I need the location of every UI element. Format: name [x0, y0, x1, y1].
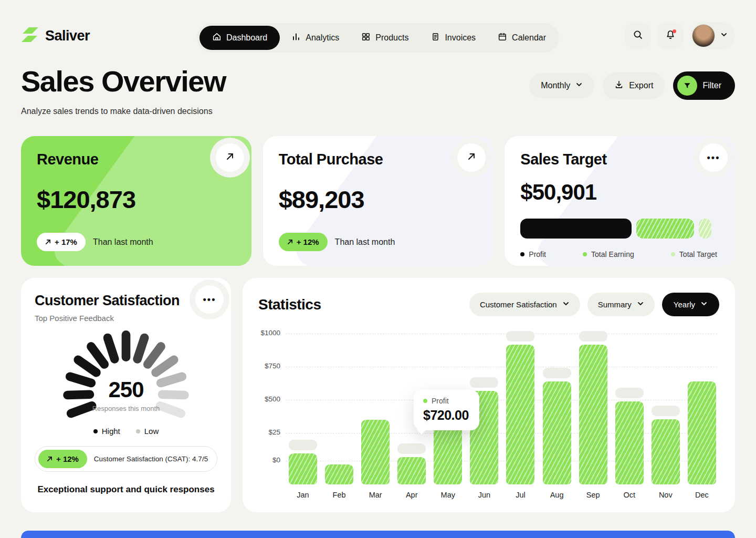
user-menu[interactable]: [690, 22, 735, 49]
bar-column-mar[interactable]: Mar: [361, 328, 390, 504]
revenue-open-button[interactable]: [216, 143, 244, 172]
gauge-segment: [108, 338, 114, 359]
bar-column-oct[interactable]: Oct: [615, 328, 644, 504]
brand-name: Saliver: [45, 28, 90, 44]
page-title: Sales Overview: [21, 64, 226, 98]
purchase-title: Total Purchase: [279, 151, 478, 168]
tooltip-label: Profit: [432, 397, 449, 405]
bar-column-jan[interactable]: Jan: [289, 328, 317, 504]
gauge-segment: [138, 338, 144, 359]
tooltip-value: $720.00: [423, 408, 469, 423]
search-button[interactable]: [625, 23, 651, 49]
bar-cap: [579, 331, 607, 342]
download-icon: [614, 80, 624, 91]
legend-label: Low: [144, 427, 159, 436]
csat-menu-button[interactable]: •••: [195, 285, 224, 314]
stats-summary-value: Summary: [598, 300, 632, 309]
total-purchase-card: Total Purchase $89,203 + 12% Than last m…: [263, 136, 494, 266]
bar-column-nov[interactable]: Nov: [652, 328, 680, 504]
bar-column-feb[interactable]: Feb: [325, 328, 353, 504]
revenue-delta-badge: + 17%: [37, 233, 86, 251]
nav-item-invoices[interactable]: Invoices: [420, 26, 486, 50]
bar-column-aug[interactable]: Aug: [543, 328, 571, 504]
csat-score-text: Customer Satisfaction (CSAT): 4.7/5: [93, 455, 214, 463]
stats-period-dropdown[interactable]: Yearly: [662, 293, 719, 316]
progress-earning-segment: [636, 219, 694, 239]
chevron-down-icon: [700, 300, 708, 309]
stats-summary-dropdown[interactable]: Summary: [587, 293, 655, 316]
export-button-label: Export: [629, 81, 653, 90]
x-axis-label: Jan: [289, 491, 317, 499]
gauge-segment: [91, 346, 104, 364]
sales-target-title: Sales Target: [520, 151, 719, 168]
bar-mar[interactable]: [361, 420, 390, 484]
x-axis-label: Oct: [615, 491, 644, 499]
bar-column-sep[interactable]: Sep: [579, 328, 607, 504]
brand-logo[interactable]: Saliver: [21, 27, 90, 45]
filter-button[interactable]: Filter: [673, 71, 735, 100]
y-axis-tick: $500: [258, 395, 280, 403]
calendar-icon: [498, 32, 507, 44]
csat-footnote: Exceptional support and quick responses: [35, 484, 217, 495]
arrow-up-right-icon: [467, 152, 476, 163]
bar-nov[interactable]: [652, 419, 680, 484]
sales-target-card: ••• Sales Target $50,901 Profit: [505, 136, 735, 266]
nav-label: Invoices: [445, 33, 476, 43]
csat-subtitle: Top Positive Feedback: [35, 314, 217, 323]
bar-cap: [652, 406, 680, 416]
nav-label: Calendar: [512, 33, 546, 43]
gauge-caption: Responses this month: [60, 405, 192, 412]
bar-cap: [543, 368, 571, 378]
x-axis-label: Jul: [506, 491, 534, 499]
csat-delta-value: + 12%: [56, 454, 79, 463]
stats-metric-dropdown[interactable]: Customer Satisfaction: [469, 293, 580, 316]
bar-sep[interactable]: [579, 345, 607, 484]
legend-label: Total Earning: [591, 250, 634, 258]
legend-high: Hight: [93, 427, 120, 436]
bar-cap: [289, 440, 317, 450]
main-nav: Dashboard Analytics Products Invoices: [197, 23, 559, 53]
legend-dot: [93, 429, 98, 433]
legend-label: Hight: [102, 427, 120, 436]
sales-target-menu-button[interactable]: •••: [699, 143, 728, 172]
bar-feb[interactable]: [325, 464, 353, 484]
revenue-delta-value: + 17%: [55, 237, 77, 246]
purchase-value: $89,203: [279, 185, 478, 214]
x-axis-label: May: [434, 491, 462, 499]
nav-label: Products: [375, 33, 408, 43]
statistics-title: Statistics: [258, 296, 321, 313]
bar-apr[interactable]: [397, 457, 426, 484]
bar-aug[interactable]: [543, 381, 571, 484]
purchase-open-button[interactable]: [457, 143, 486, 172]
bar-oct[interactable]: [615, 401, 644, 484]
x-axis-label: Feb: [325, 491, 353, 499]
purchase-delta-badge: + 12%: [279, 233, 328, 251]
purchase-delta-value: + 12%: [297, 237, 319, 246]
purchase-note: Than last month: [335, 237, 395, 247]
period-dropdown[interactable]: Monthly: [529, 73, 594, 98]
bar-column-jul[interactable]: Jul: [506, 328, 534, 504]
legend-total-earning: Total Earning: [583, 250, 634, 258]
nav-item-dashboard[interactable]: Dashboard: [200, 26, 280, 50]
statistics-filters: Customer Satisfaction Summary Yearly: [469, 293, 719, 316]
nav-item-calendar[interactable]: Calendar: [487, 26, 556, 50]
bar-cap: [397, 443, 426, 454]
bar-column-dec[interactable]: Dec: [688, 328, 716, 504]
nav-item-analytics[interactable]: Analytics: [281, 26, 350, 50]
products-icon: [361, 32, 371, 44]
bar-jul[interactable]: [506, 345, 534, 484]
bar-jan[interactable]: [289, 453, 317, 484]
filter-button-label: Filter: [702, 81, 721, 90]
notifications-button[interactable]: [657, 23, 684, 49]
search-icon: [633, 29, 643, 42]
revenue-note: Than last month: [93, 237, 153, 247]
x-axis-label: Mar: [361, 491, 390, 499]
bar-dec[interactable]: [688, 381, 716, 484]
chevron-down-icon: [720, 31, 728, 40]
notification-dot: [673, 29, 676, 33]
nav-label: Dashboard: [226, 33, 267, 43]
export-button[interactable]: Export: [603, 72, 665, 99]
nav-item-products[interactable]: Products: [351, 26, 419, 50]
revenue-card: Revenue $120,873 + 17% Than last month: [21, 136, 251, 266]
gauge-segment: [156, 360, 174, 373]
